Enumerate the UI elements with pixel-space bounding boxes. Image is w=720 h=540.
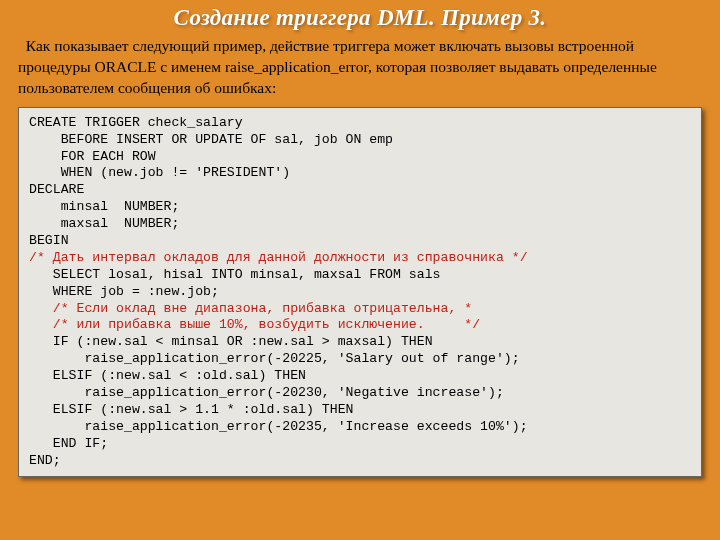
code-block: CREATE TRIGGER check_salary BEFORE INSER… (18, 107, 702, 478)
code-line: raise_application_error(-20230, 'Negativ… (29, 385, 504, 400)
code-line: IF (:new.sal < minsal OR :new.sal > maxs… (29, 334, 433, 349)
code-line: FOR EACH ROW (29, 149, 156, 164)
code-line: minsal NUMBER; (29, 199, 179, 214)
code-line: raise_application_error(-20235, 'Increas… (29, 419, 528, 434)
slide-container: Создание триггера DML. Пример 3. Как пок… (0, 0, 720, 540)
code-comment: /* или прибавка выше 10%, возбудить искл… (29, 317, 480, 332)
code-line: END; (29, 453, 61, 468)
code-line: WHERE job = :new.job; (29, 284, 219, 299)
code-line: BEFORE INSERT OR UPDATE OF sal, job ON e… (29, 132, 393, 147)
code-comment: /* Дать интервал окладов для данной долж… (29, 250, 528, 265)
code-line: ELSIF (:new.sal < :old.sal) THEN (29, 368, 306, 383)
code-comment: /* Если оклад вне диапазона, прибавка от… (29, 301, 472, 316)
code-line: WHEN (new.job != 'PRESIDENT') (29, 165, 290, 180)
code-line: ELSIF (:new.sal > 1.1 * :old.sal) THEN (29, 402, 353, 417)
slide-description: Как показывает следующий пример, действи… (18, 36, 702, 99)
code-line: DECLARE (29, 182, 84, 197)
code-line: maxsal NUMBER; (29, 216, 179, 231)
slide-title: Создание триггера DML. Пример 3. (18, 5, 702, 31)
code-line: BEGIN (29, 233, 69, 248)
code-line: raise_application_error(-20225, 'Salary … (29, 351, 520, 366)
code-line: SELECT losal, hisal INTO minsal, maxsal … (29, 267, 441, 282)
code-line: CREATE TRIGGER check_salary (29, 115, 243, 130)
code-line: END IF; (29, 436, 108, 451)
